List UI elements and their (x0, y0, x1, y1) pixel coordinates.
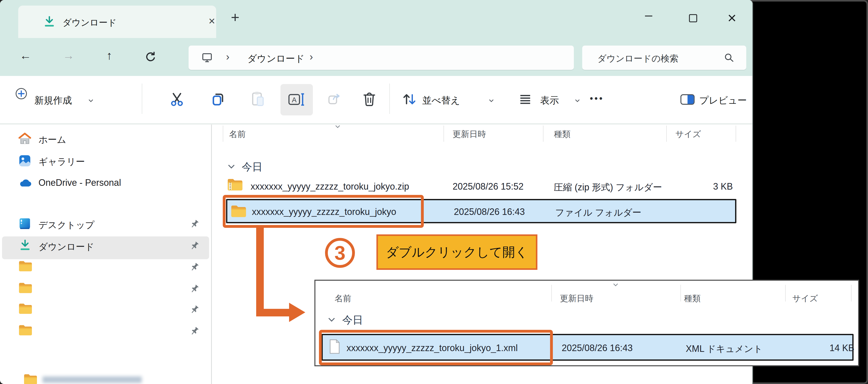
step-number: 3 (334, 242, 345, 264)
rename-button[interactable]: A (280, 84, 313, 116)
maximize-icon[interactable] (688, 13, 698, 23)
breadcrumb-chevron-icon[interactable]: › (310, 51, 313, 63)
delete-icon[interactable] (362, 91, 377, 107)
zip-folder-icon (227, 178, 243, 191)
download-icon (19, 239, 31, 251)
column-header-name[interactable]: 名前 (229, 129, 246, 140)
refresh-icon[interactable] (144, 50, 157, 64)
group-collapse-icon[interactable] (227, 162, 236, 170)
sidebar-selection-highlight (2, 236, 209, 259)
tab-close-icon[interactable]: × (209, 15, 215, 27)
folder-icon (18, 282, 32, 294)
file-modified: 2025/08/26 16:43 (562, 343, 632, 353)
copy-icon[interactable] (210, 92, 226, 107)
pin-icon (189, 262, 199, 273)
column-header-size[interactable]: サイズ (675, 129, 701, 140)
sidebar-scrollbar[interactable] (211, 125, 212, 384)
pin-icon (189, 305, 199, 315)
paste-icon (250, 91, 266, 107)
cut-icon[interactable] (169, 92, 185, 107)
inset-file-panel: 名前 更新日時 種類 サイズ 今日 xxxxxxx_yyyyy_zzzzz_to… (314, 280, 859, 366)
file-modified: 2025/08/26 15:52 (453, 181, 524, 192)
column-header-modified[interactable]: 更新日時 (560, 293, 593, 304)
view-button[interactable]: 表示 (540, 94, 559, 107)
divider (785, 285, 786, 301)
chevron-down-icon[interactable] (88, 97, 94, 104)
share-icon (327, 92, 342, 107)
pin-icon (189, 284, 199, 294)
search-box[interactable]: ダウンロードの検索 (582, 45, 746, 70)
sidebar-item-label: ギャラリー (38, 156, 85, 168)
sidebar-item-folder[interactable] (18, 324, 32, 336)
more-options-icon[interactable]: ••• (590, 93, 604, 104)
new-tab-button[interactable]: + (231, 9, 240, 26)
close-button[interactable]: × (727, 9, 736, 27)
divider (142, 84, 142, 114)
divider (666, 126, 667, 142)
desktop-icon (18, 217, 31, 230)
figure-canvas: ダウンロード × + – × ← → ↑ › ダウンロード › ダウンロードの検… (0, 0, 868, 384)
sidebar-item-folder[interactable] (18, 302, 32, 315)
new-item-icon[interactable] (15, 87, 28, 100)
breadcrumb-chevron-icon[interactable]: › (226, 51, 229, 63)
command-toolbar: 新規作成 A (0, 76, 753, 124)
up-icon[interactable]: ↑ (106, 49, 112, 62)
folder-icon (23, 373, 37, 384)
this-pc-icon[interactable] (202, 53, 212, 63)
step-number-badge: 3 (325, 238, 355, 268)
sidebar-item-folder[interactable] (23, 373, 37, 384)
file-modified: 2025/08/26 16:43 (454, 206, 525, 217)
file-type: 圧縮 (zip 形式) フォルダー (554, 181, 662, 194)
home-icon (18, 132, 31, 145)
divider (223, 126, 223, 142)
pin-icon (189, 241, 199, 251)
folder-icon (18, 260, 32, 272)
sidebar-item-label: デスクトップ (38, 219, 94, 231)
breadcrumb-location[interactable]: ダウンロード (247, 53, 305, 65)
group-label[interactable]: 今日 (342, 313, 363, 327)
file-size: 14 KB (794, 343, 854, 353)
file-name[interactable]: xxxxxxx_yyyyy_zzzzz_toroku_jokyo.zip (251, 181, 409, 192)
back-icon[interactable]: ← (20, 49, 31, 62)
group-label[interactable]: 今日 (242, 160, 262, 174)
annotation-highlight-rect (319, 330, 553, 365)
pin-icon (189, 326, 199, 337)
pin-icon (189, 219, 199, 229)
chevron-down-icon[interactable] (488, 97, 495, 104)
divider (389, 84, 390, 114)
divider (443, 126, 444, 142)
sidebar-item-label: ホーム (38, 134, 66, 146)
file-type: XML ドキュメント (686, 343, 763, 355)
column-header-type[interactable]: 種類 (554, 129, 570, 140)
tab-downloads[interactable]: ダウンロード × (18, 6, 216, 38)
sidebar-item-folder[interactable] (18, 260, 32, 272)
column-header-type[interactable]: 種類 (684, 293, 701, 304)
address-bar[interactable]: › ダウンロード › (189, 45, 574, 70)
file-size: 3 KB (673, 181, 733, 192)
column-header-size[interactable]: サイズ (792, 293, 818, 304)
column-header-name[interactable]: 名前 (335, 293, 351, 304)
divider (551, 285, 552, 301)
sort-indicator-icon[interactable] (334, 124, 341, 130)
sidebar-item-folder[interactable] (18, 282, 32, 294)
search-icon[interactable] (723, 52, 735, 63)
search-placeholder: ダウンロードの検索 (597, 53, 678, 65)
gallery-icon (18, 154, 31, 167)
view-icon[interactable] (518, 92, 533, 107)
preview-icon[interactable] (680, 94, 695, 105)
chevron-down-icon[interactable] (574, 97, 581, 104)
sidebar-item-label: OneDrive - Personal (38, 178, 121, 188)
group-collapse-icon[interactable] (327, 316, 336, 323)
arrow-shaft-vertical (256, 227, 264, 311)
blurred-label (42, 376, 142, 383)
preview-button[interactable]: プレビュー (699, 94, 747, 107)
column-header-modified[interactable]: 更新日時 (453, 129, 486, 140)
new-item-button[interactable]: 新規作成 (34, 94, 72, 107)
sort-indicator-icon[interactable] (612, 282, 619, 288)
sort-button[interactable]: 並べ替え (422, 94, 460, 107)
arrow-shaft-horizontal (256, 309, 289, 316)
minimize-button[interactable]: – (645, 7, 652, 22)
file-type: ファイル フォルダー (555, 206, 642, 219)
sort-icon[interactable] (401, 92, 417, 107)
rename-icon: A (287, 92, 306, 107)
